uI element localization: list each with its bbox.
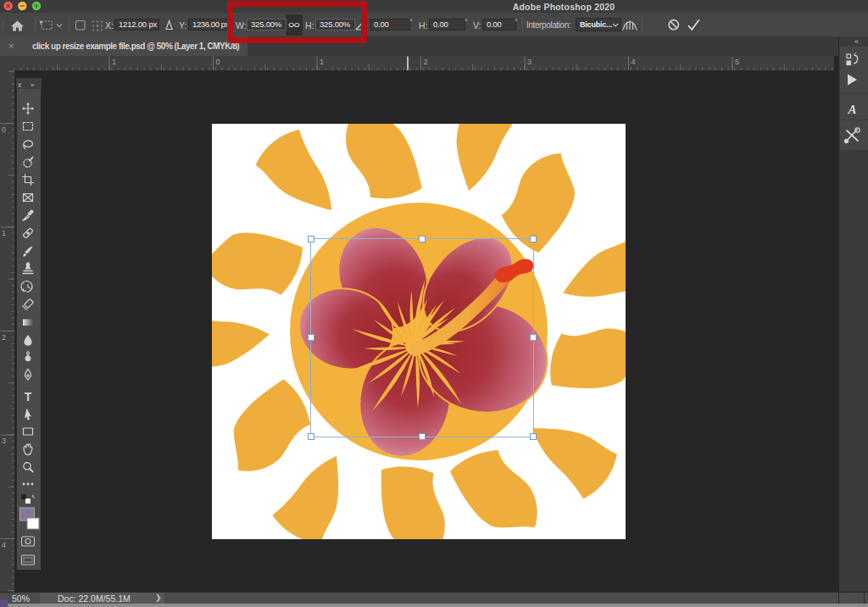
svg-text:«: « (854, 37, 859, 46)
svg-text:»: » (31, 81, 34, 89)
svg-text:x: x (18, 81, 22, 89)
svg-text:A: A (847, 103, 856, 116)
svg-text:T: T (25, 390, 32, 404)
